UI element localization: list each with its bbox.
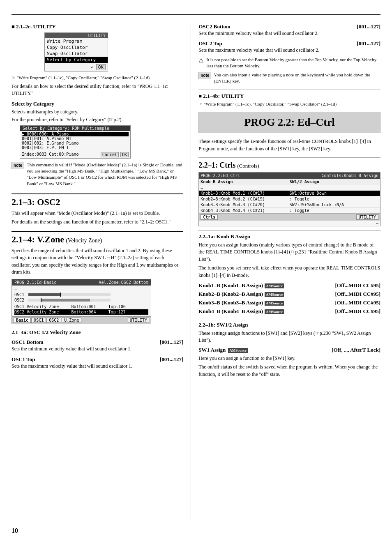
utility-item-write[interactable]: Write Program: [45, 38, 108, 44]
prog-body: – OSC1 OSC2: [12, 286, 151, 316]
vzone-prog-box: PROG 2.1:Ed–Basic Vel.Zone:OSC2 Bottom –…: [12, 279, 151, 324]
sw-heading: 2.2–1b: SW1/2 Assign: [198, 322, 380, 328]
osc1-bottom-range: [001...127]: [160, 339, 183, 345]
ctrl-row-0-col1: Knob1–B:Knob Mod.1 (CC#17): [201, 191, 289, 196]
utility-dropdown-box: UTILITY Write Program Copy Oscillator Sw…: [44, 32, 108, 71]
ctrl-title-bar: PROG 2.2:Ed–Ctrl Controls:Knob1–B Assign: [199, 173, 380, 179]
cat-item-1[interactable]: 0001|001: A.Piano–M1: [22, 136, 129, 141]
ctrl-row-2-col2: SW2:JS+Y&Rbn Lock :N/A: [290, 203, 378, 207]
section-vzone: 2.1–4: V.Zone (Velocity Zone) Specifies …: [12, 231, 183, 370]
osc2-para2: For details on the settings and function…: [12, 219, 183, 226]
knob-2-value: [Off...MIDI CC#95]: [335, 299, 380, 306]
utility-arrow: ↙: [91, 64, 94, 70]
knob-b-para2: The functions you set here will take eff…: [198, 265, 380, 279]
note-icon-2: note: [198, 72, 211, 79]
select-category-heading: Select by Category: [12, 101, 183, 107]
osc2-para1: This will appear when "Mode (Oscillator …: [12, 210, 183, 217]
sw1-tag: AMSource: [228, 348, 247, 353]
utility-ok-row: ↙ OK: [45, 63, 108, 71]
knob-row-1: Knob2–B (Knob2–B Assign) AMSource [Off..…: [198, 291, 380, 297]
ctrl-box: PROG 2.2:Ed–Ctrl Controls:Knob1–B Assign…: [198, 172, 380, 226]
osc2-top-range: [001...127]: [357, 40, 380, 47]
osc1-top-desc: Sets the maximum velocity value that wil…: [12, 363, 183, 370]
select-by-category-section: Select by Category Selects multisamples …: [12, 101, 183, 187]
section-4b: ■ 2.1–4b: UTILITY ☞ "Write Program" (1.1…: [198, 89, 380, 108]
osc2-heading: 2.1–3: OSC2: [12, 197, 183, 207]
select-cat-para2: For the procedure, refer to "Select by C…: [12, 116, 183, 123]
cat-cancel-btn[interactable]: Cancel: [101, 152, 119, 157]
prog-utility-label[interactable]: UTILITY: [128, 318, 149, 323]
sw1-label: SW1 Assign: [198, 347, 226, 353]
knob-0-label: Knob1–B (Knob1–B Assign): [198, 282, 263, 289]
prog2-header-box: PROG 2.2: Ed–Ctrl: [198, 112, 380, 133]
osc2-label: OSC2: [14, 298, 27, 302]
warning-icon: ⚠: [198, 57, 204, 69]
knob-row-2: Knob3–B (Knob3–B Assign) AMSource [Off..…: [198, 299, 380, 306]
section-4b-ref: ☞ "Write Program" (1.1–1c), "Copy Oscill…: [198, 101, 380, 108]
tab-basic[interactable]: Basic: [14, 318, 31, 323]
ctrl-row-1-col1: Knob2–B:Knob Mod.2 (CC#19): [201, 197, 289, 201]
utility-title-bar: UTILITY: [45, 33, 108, 38]
utility-item-copy[interactable]: Copy Oscillator: [45, 44, 108, 51]
tab-osc2[interactable]: OSC2: [46, 318, 61, 323]
knob-0-value: [Off...MIDI CC#95]: [335, 282, 380, 289]
utility-item-select[interactable]: Select by Category: [45, 57, 108, 63]
ctrl-row-0[interactable]: Knob1–B:Knob Mod.1 (CC#17) SW1:Octave Do…: [199, 191, 380, 196]
osc1-bar: [28, 293, 61, 296]
vel-row-0-bottom: Bottom:001: [71, 304, 96, 309]
ctrl-row-2-col1: Knob3–B:Knob Mod.3 (CC#20): [201, 203, 289, 207]
vel-row-0-top: Top:100: [108, 304, 126, 309]
select-cat-para1: Selects multisamples by category.: [12, 108, 183, 115]
vel-row-0-label: OSC1 Velocity Zone: [14, 304, 59, 309]
osc2-top-label: OSC2 Top: [198, 40, 222, 47]
prog-title-left: PROG 2.1:Ed–Basic: [14, 280, 56, 285]
knob-b-heading: 2.2–1a: Knob B Assign: [198, 233, 380, 240]
cat-item-3[interactable]: 0003|003: E.P.–FM 1: [22, 145, 129, 150]
left-column: ■ 2.1–2e. UTILITY UTILITY Write Program …: [12, 23, 191, 519]
sw-para1: These settings assign functions to [SW1]…: [198, 330, 380, 344]
osc2-cursor[interactable]: [41, 298, 42, 302]
cat-buttons: Cancel OK: [101, 152, 129, 157]
osc2-bar-bg: [28, 299, 111, 302]
utility-item-swap[interactable]: Swap Oscillator: [45, 51, 108, 57]
osc1-bar-row: OSC1: [14, 292, 148, 297]
ctrl-minus: –: [199, 185, 380, 191]
osc2-top-row: OSC2 Top [001...127]: [198, 40, 380, 47]
knob-2-label: Knob3–B (Knob3–B Assign): [198, 299, 263, 306]
ctrl-title-right: Controls:Knob1–B Assign: [322, 173, 378, 178]
vzone-heading: 2.1–4: V.Zone: [12, 234, 64, 245]
cat-status: Index:0003 Cat:00:Piano: [22, 152, 78, 157]
utility-ok-btn[interactable]: OK: [96, 64, 106, 70]
cat-item-0[interactable]: ▶ 0000|000: A.Piano: [22, 132, 129, 136]
section-2-2-1: 2.2–1: Ctrls (Controls) PROG 2.2:Ed–Ctrl…: [198, 161, 380, 226]
ctrl-row-3[interactable]: Knob4–B:Knob Mod.4 (CC#21) : Toggle: [199, 207, 380, 213]
prog-title-right: Vel.Zone:OSC2 Bottom: [99, 280, 148, 285]
ctrl-tab[interactable]: Ctrls: [201, 214, 218, 220]
section-4a: 2.1–4a: OSC 1/2 Velocity Zone OSC1 Botto…: [12, 329, 183, 370]
knob-1-tag: AMSource: [265, 292, 284, 297]
ctrl-col1-header: Knob B Assign: [201, 180, 289, 184]
ctrl-col2-header: SW1/2 Assign: [290, 180, 378, 184]
sw1-assign-row: SW1 Assign AMSource [Off, ..., AfterT Lo…: [198, 347, 380, 353]
knob-3-label: Knob4–B (Knob4–B Assign): [198, 308, 263, 315]
cat-status-bar: Index:0003 Cat:00:Piano Cancel OK: [20, 151, 130, 158]
osc2-bar: [41, 299, 90, 302]
ctrl-row-2[interactable]: Knob3–B:Knob Mod.3 (CC#20) SW2:JS+Y&Rbn …: [199, 202, 380, 207]
prog-tabs-row: Basic OSC1 OSC2 U.Zone UTILITY: [12, 316, 151, 324]
tab-uzone[interactable]: U.Zone: [62, 318, 81, 323]
cat-ok-btn[interactable]: OK: [120, 152, 129, 157]
ctrl-row-1[interactable]: Knob2–B:Knob Mod.2 (CC#19) : Toggle: [199, 196, 380, 202]
ctrl-utility[interactable]: UTILITY: [356, 214, 378, 220]
cat-item-2[interactable]: 0002|002: E.Grand Piano: [22, 141, 129, 145]
tab-osc1[interactable]: OSC1: [31, 318, 46, 323]
prog2-title: PROG 2.2: Ed–Ctrl: [207, 116, 372, 129]
page-number: 10: [12, 527, 380, 534]
ctrl-header-row: Knob B Assign SW1/2 Assign: [199, 179, 380, 185]
osc1-bottom-label: OSC1 Bottom: [12, 339, 44, 345]
right-column: OSC2 Bottom [001...127] Sets the minimum…: [191, 23, 380, 519]
ctrl-row-3-col1: Knob4–B:Knob Mod.4 (CC#21): [201, 208, 289, 213]
vzone-sub: (Velocity Zone): [66, 237, 102, 244]
vel-row-1: OSC2 Velocity Zone Bottom:064 Top:127: [14, 309, 148, 315]
osc1-label: OSC1: [14, 292, 27, 297]
warning-note: ⚠ It is not possible to set the Bottom V…: [198, 57, 380, 69]
